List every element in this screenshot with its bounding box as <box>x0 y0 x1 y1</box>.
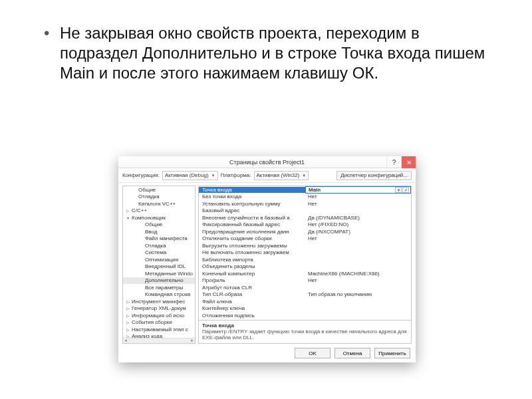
property-row[interactable]: Файл ключа <box>199 298 411 305</box>
tree-item[interactable]: ▷События сборки <box>123 319 195 327</box>
config-manager-button[interactable]: Диспетчер конфигураций... <box>336 171 412 180</box>
tree-item[interactable]: Ввод <box>123 228 195 235</box>
tree-item-label: Метаданные Windo <box>145 271 193 277</box>
tree-twisty-icon[interactable]: ▷ <box>126 299 130 304</box>
dropdown-icon[interactable]: ▾ <box>395 187 402 193</box>
tree-item[interactable]: ▷Информация об исхо <box>123 312 195 319</box>
property-row[interactable]: Отключить создание сборкиНет <box>199 235 411 243</box>
property-value[interactable]: Нет <box>305 277 411 283</box>
ok-button[interactable]: OK <box>295 348 331 358</box>
cancel-button[interactable]: Отмена <box>334 348 370 358</box>
tree-item[interactable]: ▷Настраиваемый этап с <box>123 326 195 333</box>
project-properties-dialog: Страницы свойств Project1 ? ✕ Конфигурац… <box>118 156 416 362</box>
tree-twisty-icon[interactable]: ▷ <box>126 327 130 332</box>
property-value[interactable]: MachineX86 (/MACHINE:X86) <box>305 271 411 277</box>
property-name: Файл ключа <box>199 299 305 305</box>
property-row[interactable]: Не включать отложенно загружаем <box>199 249 411 257</box>
property-name: Отключить создание сборки <box>199 235 305 241</box>
property-name: Отложенная подпись <box>199 313 305 319</box>
tree-item[interactable]: Командная строка <box>123 291 195 299</box>
tree-item-label: Настраиваемый этап с <box>132 327 188 332</box>
tree-item[interactable]: ▷Генератор XML-докум <box>123 305 195 313</box>
tree-item-label: Инструмент манифес <box>132 299 185 305</box>
tree-item[interactable]: ▷C/C++ <box>123 207 195 215</box>
tree-item[interactable]: Каталоги VC++ <box>123 200 195 207</box>
property-row[interactable]: Атрибут потока CLR <box>199 284 411 291</box>
tree-item-label: Отладка <box>145 243 166 249</box>
property-row[interactable]: Базовый адрес <box>199 207 411 215</box>
property-name: Базовый адрес <box>199 207 305 213</box>
tree-item-label: C/C++ <box>132 207 147 213</box>
slide: Не закрывая окно свойств проекта, перехо… <box>0 0 532 399</box>
tree-item-label: Каталоги VC++ <box>138 201 176 207</box>
button-bar: OK Отмена Применить <box>118 344 416 362</box>
property-value[interactable]: Нет <box>305 201 411 207</box>
property-row[interactable]: Библиотека импорта <box>199 256 411 263</box>
tree-item[interactable]: Отладка <box>123 194 195 201</box>
scroll-right-icon[interactable]: ► <box>190 338 194 343</box>
tree-twisty-icon[interactable]: ▷ <box>126 306 130 311</box>
tree-item[interactable]: Общие <box>123 221 195 229</box>
apply-button[interactable]: Применить <box>374 348 410 358</box>
property-row[interactable]: Тип CLR-образаТип образа по умолчанию <box>199 291 411 299</box>
titlebar[interactable]: Страницы свойств Project1 ? ✕ <box>118 156 416 168</box>
property-name: Внесение случайности в базовый а <box>199 215 305 221</box>
dialog-body: Конфигурация: Активная (Debug) ▼ Платфор… <box>118 168 416 362</box>
property-value[interactable]: Нет (/FIXED:NO) <box>305 221 411 227</box>
tree-item-label: Система <box>145 249 166 255</box>
tree-item-label: Дополнительно <box>145 277 184 283</box>
property-row[interactable]: Фиксированный базовый адресНет (/FIXED:N… <box>199 221 411 229</box>
description-box: Точка входа Параметр /ENTRY задает функц… <box>198 321 412 344</box>
tree-item-label: События сборки <box>132 319 172 325</box>
tree-twisty-icon[interactable]: ▷ <box>126 320 130 325</box>
property-row[interactable]: Установить контрольную суммуНет <box>199 200 411 207</box>
tree-twisty-icon[interactable]: ▾ <box>126 215 130 220</box>
property-row[interactable]: Внесение случайности в базовый аДа (/DYN… <box>199 214 411 221</box>
scroll-left-icon[interactable]: ◄ <box>124 338 128 343</box>
property-value[interactable]: Тип образа по умолчанию <box>305 291 411 297</box>
close-icon[interactable]: ✕ <box>401 156 416 168</box>
tree-item[interactable]: Оптимизация <box>123 256 195 263</box>
config-label: Конфигурация: <box>122 172 160 178</box>
platform-combo[interactable]: Активная (Win32) ▼ <box>254 171 309 180</box>
property-value[interactable]: Да (/DYNAMICBASE) <box>305 215 411 221</box>
help-icon[interactable]: ? <box>386 156 401 168</box>
property-row[interactable]: Конечный компьютерMachineX86 (/MACHINE:X… <box>199 270 411 277</box>
tree-scrollbar[interactable]: ◄ ► <box>123 338 195 343</box>
tree-item[interactable]: Все параметры <box>123 284 195 291</box>
category-tree[interactable]: ОбщиеОтладкаКаталоги VC++▷C/C++▾Компонов… <box>122 186 196 344</box>
tree-item[interactable]: Дополнительно <box>123 277 195 285</box>
tree-item[interactable]: Метаданные Windo <box>123 270 195 277</box>
config-combo[interactable]: Активная (Debug) ▼ <box>162 171 218 180</box>
property-name: Библиотека импорта <box>199 257 305 263</box>
property-name: Конечный компьютер <box>199 271 305 277</box>
property-row[interactable]: Точка входаMain▾✓ <box>199 186 411 194</box>
apply-value-icon[interactable]: ✓ <box>402 187 409 193</box>
tree-item-label: Генератор XML-докум <box>132 305 186 311</box>
property-value[interactable]: Да (/NXCOMPAT) <box>305 229 411 235</box>
tree-item[interactable]: Система <box>123 249 195 257</box>
property-name: Объединить разделы <box>199 263 305 269</box>
property-row[interactable]: Контейнер ключа <box>199 305 411 313</box>
property-value[interactable]: Main▾✓ <box>305 186 411 194</box>
tree-twisty-icon[interactable]: ▷ <box>126 313 130 318</box>
property-row[interactable]: Отложенная подпись <box>199 312 411 319</box>
property-name: Предотвращение исполнения данн <box>199 229 305 235</box>
tree-item[interactable]: ▷Инструмент манифес <box>123 298 195 305</box>
tree-item-label: Компоновщик <box>132 215 166 221</box>
property-row[interactable]: Без точки входаНет <box>199 194 411 201</box>
property-row[interactable]: Выгрузить отложенно загружаемы <box>199 242 411 249</box>
property-row[interactable]: Объединить разделы <box>199 263 411 271</box>
tree-item[interactable]: Внедренный IDL <box>123 263 195 271</box>
tree-item[interactable]: Файл манифеста <box>123 235 195 243</box>
property-row[interactable]: ПрофильНет <box>199 277 411 285</box>
property-value[interactable]: Нет <box>305 194 411 200</box>
tree-twisty-icon[interactable]: ▷ <box>126 208 130 213</box>
tree-item[interactable]: Отладка <box>123 242 195 249</box>
property-row[interactable]: Предотвращение исполнения даннДа (/NXCOM… <box>199 228 411 235</box>
tree-item-label: Общие <box>138 187 156 193</box>
tree-item[interactable]: Общие <box>123 186 195 194</box>
property-value[interactable]: Нет <box>305 235 411 241</box>
tree-item[interactable]: ▾Компоновщик <box>123 214 195 221</box>
properties-grid[interactable]: Точка входаMain▾✓Без точки входаНетУстан… <box>198 186 412 321</box>
